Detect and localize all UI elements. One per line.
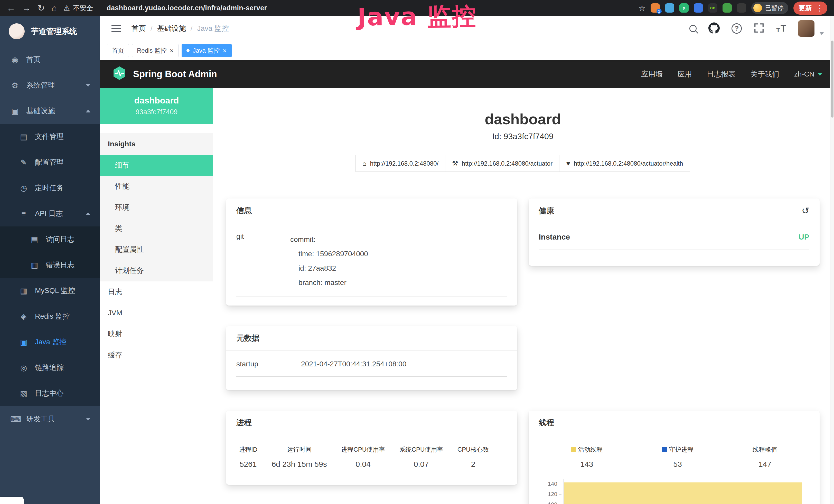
sba-item-jvm[interactable]: JVM xyxy=(100,302,213,323)
sidebar-item-api-logs[interactable]: ≡ API 日志 xyxy=(0,201,100,226)
extension-on-label: on xyxy=(710,5,716,10)
sba-item-environment[interactable]: 环境 xyxy=(100,197,213,218)
close-icon[interactable]: × xyxy=(170,47,174,54)
github-icon[interactable] xyxy=(708,22,720,35)
cards-grid: 信息 git commit: time: 1596289704000 id: 2… xyxy=(226,199,820,504)
breadcrumb-home[interactable]: 首页 xyxy=(132,24,146,33)
user-avatar[interactable] xyxy=(798,20,814,37)
sidebar-item-log-center[interactable]: ▧ 日志中心 xyxy=(0,381,100,406)
extension-icon-3[interactable]: y xyxy=(679,3,688,13)
sidebar-item-java-monitor[interactable]: ▣ Java 监控 xyxy=(0,329,100,355)
sba-item-logs[interactable]: 日志 xyxy=(100,281,213,302)
browser-update-button[interactable]: 更新 ⋮ xyxy=(793,2,827,15)
legend-value: 53 xyxy=(662,460,694,468)
link-label: http://192.168.0.2:48080/actuator/health xyxy=(574,160,683,167)
site-security-chip[interactable]: ⚠ 不安全 xyxy=(63,4,93,13)
legend-live-threads: 活动线程 143 xyxy=(571,445,602,468)
gear-icon: ⚙ xyxy=(10,81,20,90)
scrollbar-thumb[interactable] xyxy=(831,41,833,118)
instance-header[interactable]: dashboard 93a3fc7f7409 xyxy=(100,88,213,124)
sidebar-item-infrastructure[interactable]: ▣ 基础设施 xyxy=(0,98,100,124)
page-scrollbar[interactable] xyxy=(830,16,834,504)
bookmark-star-icon[interactable]: ☆ xyxy=(639,4,645,13)
sidebar-item-label: 基础设施 xyxy=(26,106,55,116)
commit-line: commit: xyxy=(290,232,368,247)
instance-name: dashboard xyxy=(105,95,208,106)
locale-selector[interactable]: zh-CN xyxy=(794,70,822,78)
health-instance-row[interactable]: Instance UP xyxy=(539,233,810,250)
sba-main: dashboard Id: 93a3fc7f7409 ⌂ http://192.… xyxy=(213,88,834,504)
sidebar-item-access-logs[interactable]: ▤ 访问日志 xyxy=(0,226,100,252)
card-title: 健康 ↺ xyxy=(529,199,820,223)
tab-label: Redis 监控 xyxy=(137,46,167,55)
sba-item-performance[interactable]: 性能 xyxy=(100,176,213,197)
breadcrumb-current: Java 监控 xyxy=(197,24,229,33)
forward-icon[interactable]: → xyxy=(22,4,31,12)
header-tools: ? TT xyxy=(689,20,824,37)
sidebar-item-system-management[interactable]: ⚙ 系统管理 xyxy=(0,72,100,98)
stat-label: CPU核心数 xyxy=(458,445,489,454)
api-logs-submenu: ▤ 访问日志 ▥ 错误日志 xyxy=(0,226,100,278)
app-logo-row[interactable]: 芋道管理系统 xyxy=(0,16,100,47)
card-title: 信息 xyxy=(226,199,517,223)
sba-body: dashboard 93a3fc7f7409 Insights 细节 性能 环境… xyxy=(100,88,834,504)
sidebar-item-label: MySQL 监控 xyxy=(35,286,75,296)
extension-icon-7[interactable] xyxy=(737,3,746,13)
history-icon[interactable]: ↺ xyxy=(802,205,809,216)
list-icon: ≡ xyxy=(19,209,28,218)
extension-icon-4[interactable] xyxy=(694,3,703,13)
service-url-link[interactable]: ⌂ http://192.168.0.2:48080/ xyxy=(355,155,446,172)
process-card-title: 进程 xyxy=(236,417,252,428)
threads-chart: 140 120 100 xyxy=(539,479,810,504)
sidebar-item-label: 日志中心 xyxy=(35,388,64,398)
address-bar[interactable]: dashboard.yudao.iocoder.cn/infra/admin-s… xyxy=(107,4,267,12)
sba-item-config-props[interactable]: 配置属性 xyxy=(100,239,213,260)
tab-redis-monitor[interactable]: Redis 监控 × xyxy=(132,44,178,57)
stat-process-cpu: 进程CPU使用率 0.04 xyxy=(341,445,385,468)
avatar-caret-icon[interactable] xyxy=(820,32,824,35)
browser-menu-icon[interactable]: ⋮ xyxy=(816,4,824,13)
log-icon: ▤ xyxy=(30,235,39,244)
actuator-url-link[interactable]: ⚒ http://192.168.0.2:48080/actuator xyxy=(445,155,559,172)
sidebar-item-home[interactable]: ◉ 首页 xyxy=(0,47,100,72)
sba-nav-wallboard[interactable]: 应用墙 xyxy=(641,69,663,79)
extension-icon-6[interactable] xyxy=(723,3,732,13)
sba-item-scheduled-tasks[interactable]: 计划任务 xyxy=(100,260,213,281)
sba-nav-journal[interactable]: 日志报表 xyxy=(707,69,736,79)
sidebar-item-dev-tools[interactable]: ⌨ 研发工具 xyxy=(0,406,100,432)
health-url-link[interactable]: ♥ http://192.168.0.2:48080/actuator/heal… xyxy=(559,155,690,172)
tab-home[interactable]: 首页 xyxy=(107,44,129,57)
sba-item-caches[interactable]: 缓存 xyxy=(100,345,213,366)
sidebar-item-trace[interactable]: ◎ 链路追踪 xyxy=(0,355,100,381)
sba-nav-about[interactable]: 关于我们 xyxy=(750,69,779,79)
sidebar-item-mysql-monitor[interactable]: ▦ MySQL 监控 xyxy=(0,278,100,303)
sba-brand[interactable]: Spring Boot Admin xyxy=(112,66,217,83)
sidebar-item-file-management[interactable]: ▤ 文件管理 xyxy=(0,124,100,150)
extension-icon-5[interactable]: on xyxy=(708,3,717,13)
sba-item-details[interactable]: 细节 xyxy=(100,155,213,176)
sba-item-classes[interactable]: 类 xyxy=(100,218,213,239)
help-icon[interactable]: ? xyxy=(731,23,742,33)
reload-icon[interactable]: ↻ xyxy=(38,4,45,12)
sba-nav-applications[interactable]: 应用 xyxy=(678,69,692,79)
hamburger-icon[interactable] xyxy=(111,28,121,29)
extension-icon-1[interactable]: 1 xyxy=(651,3,660,13)
tab-java-monitor[interactable]: Java 监控 × xyxy=(182,44,232,57)
home-icon[interactable]: ⌂ xyxy=(52,4,57,12)
search-icon[interactable] xyxy=(689,25,697,32)
breadcrumb-infrastructure[interactable]: 基础设施 xyxy=(157,24,186,33)
sidebar-item-config-management[interactable]: ✎ 配置管理 xyxy=(0,150,100,175)
extension-icon-2[interactable] xyxy=(665,3,674,13)
profile-paused-badge[interactable]: 已暂停 xyxy=(751,2,788,14)
sba-item-mappings[interactable]: 映射 xyxy=(100,323,213,345)
sidebar-item-error-logs[interactable]: ▥ 错误日志 xyxy=(0,252,100,278)
sba-nav: 应用墙 应用 日志报表 关于我们 zh-CN xyxy=(641,69,822,79)
sidebar-item-scheduled-jobs[interactable]: ◷ 定时任务 xyxy=(0,175,100,201)
back-icon[interactable]: ← xyxy=(7,4,16,12)
fullscreen-icon[interactable] xyxy=(753,23,764,35)
font-size-icon[interactable]: TT xyxy=(776,23,786,34)
java-monitor-icon: ▣ xyxy=(19,338,28,347)
sidebar-item-redis-monitor[interactable]: ◈ Redis 监控 xyxy=(0,303,100,329)
git-info-row: git commit: time: 1596289704000 id: 27aa… xyxy=(236,232,507,297)
close-icon[interactable]: × xyxy=(223,47,227,54)
